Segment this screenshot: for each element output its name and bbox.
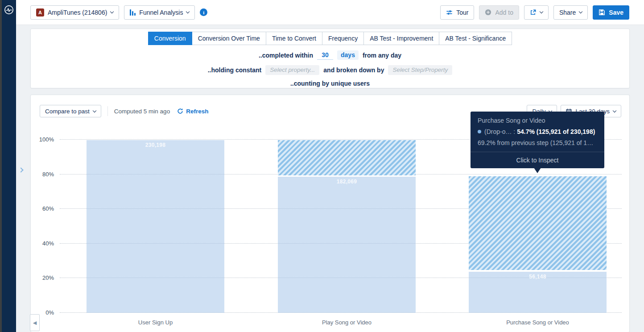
from-any-day-label: from any day — [363, 52, 401, 59]
y-tick-label: 40% — [28, 240, 54, 247]
y-tick-label: 80% — [28, 171, 54, 178]
project-selector[interactable]: A AmpliTunes (214806) — [30, 5, 119, 20]
collapse-panel-arrow-icon[interactable]: ◀ — [30, 314, 40, 331]
holding-constant-row: ..holding constant Select property... an… — [31, 65, 629, 75]
tooltip-series-label: (Drop-o… : — [484, 128, 515, 135]
tour-button[interactable]: Tour — [440, 5, 474, 20]
funnel-chart-icon — [130, 9, 136, 16]
funnel-bar-segment-solid[interactable]: 182,069 — [278, 177, 416, 313]
chevron-down-icon — [540, 10, 543, 13]
tooltip-value: 54.7% (125,921 of 230,198) — [517, 128, 595, 135]
drop-off-bullet-icon — [478, 130, 481, 133]
save-icon — [599, 9, 605, 16]
chevron-down-icon — [186, 10, 190, 13]
view-tabs: ConversionConversion Over TimeTime to Co… — [31, 32, 629, 45]
tooltip-title: Purchase Song or Video — [478, 117, 597, 124]
add-to-plus-icon — [485, 9, 491, 16]
funnel-bar-segment-hatched[interactable] — [278, 140, 416, 175]
completed-within-label: ..completed within — [259, 52, 313, 59]
nav-sidebar — [2, 0, 16, 332]
funnel-setup-card: ConversionConversion Over TimeTime to Co… — [30, 29, 630, 88]
bar-value-label: 56,148 — [469, 274, 607, 280]
app-window: A AmpliTunes (214806) Funnel Analysis i … — [0, 0, 644, 332]
project-name: AmpliTunes (214806) — [48, 9, 107, 16]
analysis-type-selector[interactable]: Funnel Analysis — [124, 5, 195, 20]
y-tick-label: 100% — [28, 136, 54, 143]
broken-down-by-label: and broken down by — [323, 66, 384, 74]
y-axis: 100%80%60%40%20%0% — [31, 140, 57, 313]
compare-to-past-button[interactable]: Compare to past — [40, 105, 101, 117]
tooltip-arrow — [534, 168, 541, 173]
info-icon[interactable]: i — [200, 8, 207, 16]
y-tick-label: 60% — [28, 205, 54, 212]
completed-within-row: ..completed within 30 days from any day — [31, 50, 629, 60]
expand-panel-chevron-icon[interactable] — [19, 167, 26, 174]
tooltip-click-to-inspect[interactable]: Click to Inspect — [471, 152, 604, 168]
chevron-down-icon — [110, 10, 114, 13]
broken-down-by-select[interactable]: Select Step/Property — [388, 65, 452, 75]
chevron-down-icon — [613, 108, 616, 112]
share-button[interactable]: Share — [553, 5, 588, 20]
tooltip-series-line: (Drop-o… : 54.7% (125,921 of 230,198) — [478, 128, 597, 135]
add-to-button[interactable]: Add to — [479, 5, 519, 20]
tooltip-body: Purchase Song or Video (Drop-o… : 54.7% … — [471, 112, 604, 152]
funnel-bar-user-sign-up[interactable]: 230,198 — [87, 140, 224, 313]
project-badge: A — [36, 8, 44, 17]
funnel-bar-segment-solid[interactable]: 230,198 — [87, 140, 224, 313]
export-button[interactable] — [524, 5, 549, 20]
holding-constant-select[interactable]: Select property... — [265, 65, 319, 75]
tab-time-to-convert[interactable]: Time to Convert — [266, 32, 322, 45]
tab-frequency[interactable]: Frequency — [322, 32, 364, 45]
x-axis-labels: User Sign UpPlay Song or VideoPurchase S… — [60, 319, 622, 328]
tab-conversion-over-time[interactable]: Conversion Over Time — [192, 32, 266, 45]
divider — [107, 106, 108, 116]
amplitude-logo-icon[interactable] — [4, 5, 14, 15]
y-tick-label: 20% — [28, 274, 54, 281]
export-icon — [530, 9, 537, 16]
counting-by-label[interactable]: ..counting by unique users — [290, 80, 370, 87]
tab-ab-test-improvement[interactable]: AB Test - Improvement — [363, 32, 439, 45]
computed-timestamp: Computed 5 min ago — [114, 108, 170, 115]
holding-constant-label: ..holding constant — [208, 66, 262, 74]
add-to-label: Add to — [495, 9, 513, 16]
tooltip-secondary: 69.2% from previous step (125,921 of 1… — [478, 139, 597, 146]
save-button[interactable]: Save — [593, 5, 629, 20]
analysis-name: Funnel Analysis — [139, 9, 183, 16]
funnel-bar-segment-solid[interactable]: 56,148 — [469, 272, 607, 313]
tab-conversion[interactable]: Conversion — [148, 32, 192, 45]
chevron-down-icon — [93, 108, 96, 112]
bar-value-label: 182,069 — [278, 178, 416, 185]
completed-within-input[interactable]: 30 — [317, 51, 333, 60]
refresh-label: Refresh — [186, 108, 208, 115]
counting-by-row: ..counting by unique users — [31, 80, 629, 87]
chevron-down-icon — [579, 10, 582, 13]
bar-value-label: 230,198 — [87, 142, 224, 148]
header-right-group: Tour Add to Share — [440, 5, 629, 20]
header-left-group: A AmpliTunes (214806) Funnel Analysis i — [30, 5, 207, 20]
x-axis-label: Purchase Song or Video — [469, 319, 607, 326]
completed-within-unit-select[interactable]: days — [337, 50, 359, 60]
chart-tooltip: Purchase Song or Video (Drop-o… : 54.7% … — [471, 112, 604, 168]
compare-to-past-label: Compare to past — [45, 108, 90, 115]
tour-label: Tour — [456, 9, 468, 16]
save-label: Save — [609, 9, 623, 16]
tour-sliders-icon — [446, 9, 453, 16]
x-axis-label: Play Song or Video — [278, 319, 416, 326]
tab-ab-test-significance[interactable]: AB Test - Significance — [439, 32, 512, 45]
top-header: A AmpliTunes (214806) Funnel Analysis i … — [16, 0, 644, 25]
funnel-bar-segment-hatched[interactable] — [469, 176, 607, 270]
refresh-link[interactable]: Refresh — [177, 108, 208, 115]
share-label: Share — [559, 9, 576, 16]
refresh-icon — [177, 108, 183, 114]
x-axis-label: User Sign Up — [87, 319, 224, 326]
funnel-bar-play-song-or-video[interactable]: 182,069 — [278, 140, 416, 313]
